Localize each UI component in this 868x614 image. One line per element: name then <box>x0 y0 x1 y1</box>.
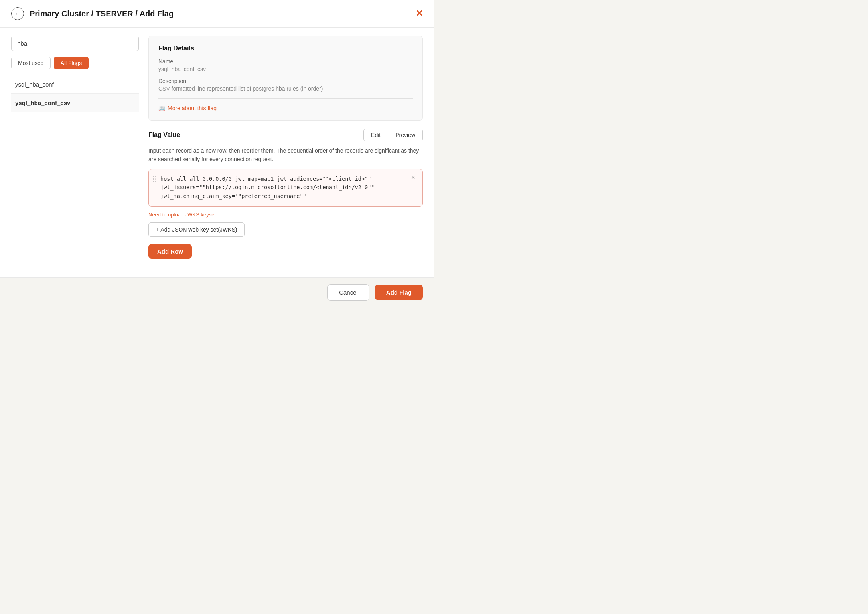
flag-value-header: Flag Value Edit Preview <box>148 129 423 141</box>
drag-handle[interactable] <box>153 175 156 182</box>
drag-dot-row-3 <box>153 181 156 182</box>
modal-container: ← Primary Cluster / TSERVER / Add Flag ✕… <box>0 0 434 307</box>
add-flag-button[interactable]: Add Flag <box>375 285 423 300</box>
flag-description-label: Description <box>158 78 413 84</box>
modal-header: ← Primary Cluster / TSERVER / Add Flag ✕ <box>0 0 434 28</box>
error-text: Need to upload JWKS keyset <box>148 212 423 218</box>
flag-description-row: Description CSV formatted line represent… <box>158 78 413 92</box>
left-panel: Most used All Flags ysql_hba_conf ysql_h… <box>11 36 139 269</box>
flag-name-value: ysql_hba_conf_csv <box>158 66 413 72</box>
back-icon: ← <box>14 10 21 17</box>
drag-dot-1 <box>153 176 154 177</box>
value-row-text: host all all 0.0.0.0/0 jwt_map=map1 jwt_… <box>160 175 405 201</box>
flag-list: ysql_hba_conf ysql_hba_conf_csv <box>11 75 139 112</box>
flag-value-title: Flag Value <box>148 131 180 139</box>
flag-details-card: Flag Details Name ysql_hba_conf_csv Desc… <box>148 36 423 121</box>
all-flags-button[interactable]: All Flags <box>54 57 89 69</box>
preview-button[interactable]: Preview <box>388 129 423 141</box>
book-icon: 📖 <box>158 105 165 111</box>
close-icon: ✕ <box>416 8 423 18</box>
remove-row-button[interactable]: × <box>409 174 417 181</box>
flag-detail-divider <box>158 98 413 99</box>
close-button[interactable]: ✕ <box>416 9 423 18</box>
drag-dot-4 <box>155 178 156 180</box>
edit-button[interactable]: Edit <box>363 129 388 141</box>
flag-description-value: CSV formatted line represented list of p… <box>158 85 413 92</box>
most-used-button[interactable]: Most used <box>11 57 51 69</box>
modal-title: Primary Cluster / TSERVER / Add Flag <box>30 9 174 18</box>
filter-row: Most used All Flags <box>11 57 139 69</box>
add-row-button[interactable]: Add Row <box>148 244 192 259</box>
drag-dot-3 <box>153 178 154 180</box>
add-jwks-button[interactable]: + Add JSON web key set(JWKS) <box>148 222 245 237</box>
drag-dot-5 <box>153 181 154 182</box>
edit-preview-row: Edit Preview <box>363 129 423 141</box>
cancel-button[interactable]: Cancel <box>327 284 369 301</box>
more-about-link[interactable]: 📖 More about this flag <box>158 105 413 111</box>
flag-name-label: Name <box>158 58 413 65</box>
flag-item-ysql-hba-conf-csv[interactable]: ysql_hba_conf_csv <box>11 94 139 112</box>
back-button[interactable]: ← <box>11 7 24 20</box>
modal-footer: Cancel Add Flag <box>0 277 434 307</box>
right-panel: Flag Details Name ysql_hba_conf_csv Desc… <box>148 36 423 269</box>
header-left: ← Primary Cluster / TSERVER / Add Flag <box>11 7 174 20</box>
drag-dot-2 <box>155 176 156 177</box>
more-about-text: More about this flag <box>168 105 217 111</box>
flag-item-ysql-hba-conf[interactable]: ysql_hba_conf <box>11 75 139 94</box>
flag-value-description: Input each record as a new row, then reo… <box>148 146 423 164</box>
flag-value-section: Flag Value Edit Preview Input each recor… <box>148 129 423 259</box>
value-row-container: host all all 0.0.0.0/0 jwt_map=map1 jwt_… <box>148 169 423 207</box>
flag-details-title: Flag Details <box>158 45 413 52</box>
flag-name-row: Name ysql_hba_conf_csv <box>158 58 413 72</box>
modal-body: Most used All Flags ysql_hba_conf ysql_h… <box>0 28 434 277</box>
drag-dot-row-2 <box>153 178 156 180</box>
search-input[interactable] <box>11 36 139 51</box>
drag-dot-row-1 <box>153 176 156 177</box>
drag-dot-6 <box>155 181 156 182</box>
